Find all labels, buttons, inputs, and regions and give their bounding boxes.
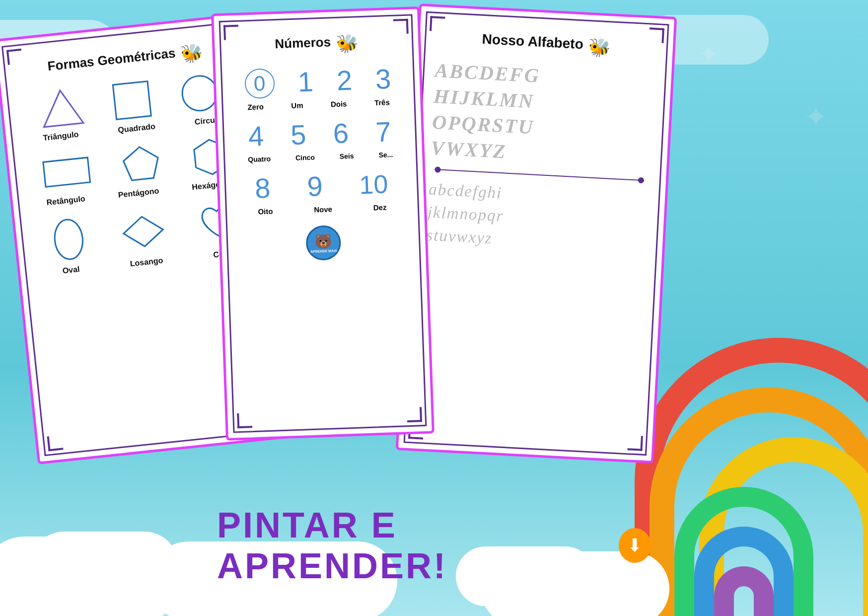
corner2-tr bbox=[393, 19, 409, 34]
download-icon: ⬇ bbox=[627, 535, 642, 556]
bottom-cta: PINTAR E APRENDER! ⬇ bbox=[217, 505, 651, 586]
card-numeros-inner bbox=[219, 14, 427, 433]
star-decoration-2: ✦ bbox=[803, 99, 828, 134]
corner-tl bbox=[6, 49, 23, 65]
corner3-tr bbox=[649, 27, 664, 43]
download-button[interactable]: ⬇ bbox=[619, 528, 651, 563]
cta-title: PINTAR E APRENDER! bbox=[217, 505, 609, 586]
card-alfabeto: Nosso Alfabeto 🐝 ABCDEFG HIJKLMN OPQRSTU… bbox=[396, 3, 677, 463]
corner-bl bbox=[47, 435, 64, 451]
card-numeros: Números 🐝 0 1 2 3 Zero Um Dois Três 4 5 … bbox=[211, 6, 434, 441]
corner2-bl bbox=[237, 413, 252, 428]
card-alfabeto-inner bbox=[404, 11, 669, 456]
corner2-br bbox=[407, 407, 422, 422]
corner2-tl bbox=[223, 25, 239, 40]
corner3-br bbox=[627, 435, 643, 451]
corner3-tl bbox=[430, 16, 445, 32]
